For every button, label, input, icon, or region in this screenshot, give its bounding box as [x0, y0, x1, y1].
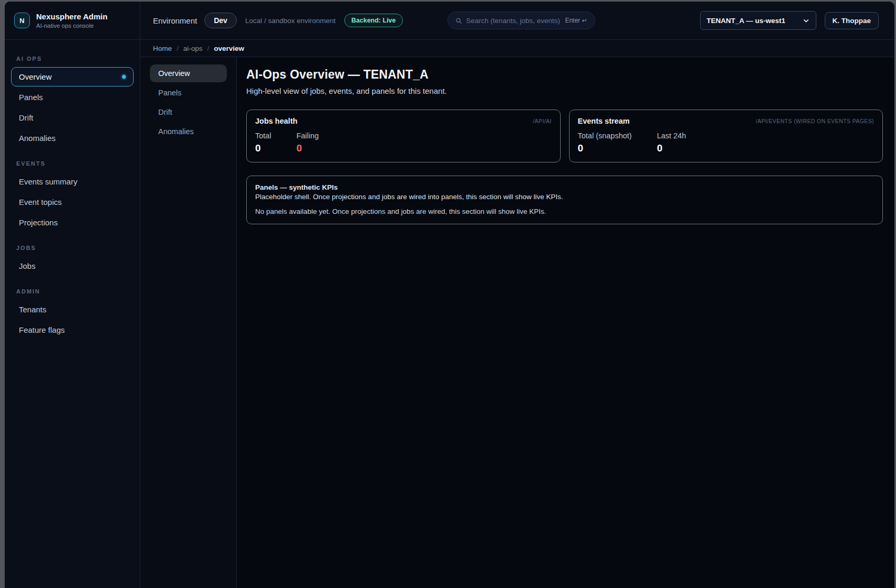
- sidebar-item-panels[interactable]: Panels: [11, 88, 134, 107]
- sidebar-item-projections[interactable]: Projections: [11, 213, 134, 232]
- breadcrumb-ai-ops[interactable]: ai-ops: [183, 45, 203, 52]
- stat-label: Last 24h: [657, 132, 686, 140]
- sidebar: N Nexusphere Admin AI-native ops console…: [5, 2, 140, 588]
- backend-status-badge: Backend: Live: [344, 14, 403, 27]
- sidebar-section-header-ai-ops: AI Ops: [16, 56, 128, 62]
- sidebar-item-label: Panels: [19, 93, 43, 102]
- stat-value-failing: 0: [297, 143, 319, 154]
- panels-box-title: Panels — synthetic KPIs: [255, 183, 874, 191]
- sidebar-item-label: Event topics: [19, 198, 62, 206]
- environment-note: Local / sandbox environment: [245, 17, 336, 25]
- right-pane: Environment Dev Local / sandbox environm…: [140, 2, 894, 588]
- sidebar-item-events-summary[interactable]: Events summary: [11, 172, 134, 191]
- stat-value: 0: [255, 143, 271, 154]
- subnav-item-panels[interactable]: Panels: [150, 84, 227, 102]
- stat-label: Failing: [297, 132, 319, 140]
- kpi-cards: Jobs health /api/ai Total 0 Failing 0: [246, 110, 883, 162]
- brand-text: Nexusphere Admin AI-native ops console: [36, 12, 107, 29]
- search-icon: [455, 17, 462, 24]
- panels-box-description: Placeholder shell. Once projections and …: [255, 193, 874, 201]
- breadcrumb: Home / ai-ops / overview: [140, 40, 894, 57]
- card-api-tag: /api/ai: [533, 118, 551, 124]
- subnav-item-anomalies[interactable]: Anomalies: [150, 123, 227, 140]
- sidebar-item-drift[interactable]: Drift: [11, 108, 134, 127]
- stat-label: Total: [255, 132, 271, 140]
- subnav-item-overview[interactable]: Overview: [150, 64, 227, 82]
- app-window: N Nexusphere Admin AI-native ops console…: [5, 2, 894, 588]
- content-row: Overview Panels Drift Anomalies AI-Ops O…: [140, 57, 894, 588]
- brand-title: Nexusphere Admin: [36, 12, 107, 22]
- breadcrumb-home[interactable]: Home: [153, 45, 172, 52]
- main-content: AI-Ops Overview — TENANT_A High-level vi…: [237, 57, 894, 588]
- breadcrumb-current: overview: [214, 45, 244, 52]
- stat-value: 0: [578, 143, 632, 154]
- card-title: Events stream: [578, 117, 630, 125]
- topbar: Environment Dev Local / sandbox environm…: [140, 2, 894, 40]
- stat-row: Total (snapshot) 0 Last 24h 0: [578, 132, 875, 154]
- sidebar-item-feature-flags[interactable]: Feature flags: [11, 320, 134, 340]
- sidebar-item-label: Anomalies: [19, 134, 56, 143]
- sidebar-item-label: Events summary: [19, 177, 78, 186]
- brand-header: N Nexusphere Admin AI-native ops console: [5, 2, 140, 40]
- brand-logo: N: [14, 13, 30, 28]
- page-title: AI-Ops Overview — TENANT_A: [246, 68, 883, 82]
- sidebar-item-label: Projections: [19, 218, 58, 227]
- card-title: Jobs health: [255, 117, 298, 125]
- subnav-item-drift[interactable]: Drift: [150, 103, 227, 121]
- sidebar-item-label: Feature flags: [19, 325, 65, 334]
- tenant-select-value: TENANT_A — us-west1: [707, 17, 785, 25]
- sidebar-item-event-topics[interactable]: Event topics: [11, 192, 134, 212]
- sidebar-item-label: Drift: [19, 113, 34, 122]
- breadcrumb-separator: /: [207, 45, 210, 52]
- sidebar-section-header-admin: Admin: [16, 288, 128, 295]
- sidebar-item-anomalies[interactable]: Anomalies: [11, 128, 134, 148]
- sidebar-nav: AI Ops Overview Panels Drift Anomalies E…: [5, 40, 140, 351]
- active-indicator-dot: [122, 75, 126, 79]
- stat-row: Total 0 Failing 0: [255, 132, 552, 154]
- search-enter-hint: Enter ↵: [565, 17, 587, 24]
- sidebar-item-label: Tenants: [19, 305, 47, 314]
- stat-failing-jobs: Failing 0: [297, 132, 319, 154]
- search-bar[interactable]: Enter ↵: [447, 12, 595, 29]
- page-subtitle: High-level view of jobs, events, and pan…: [246, 86, 883, 95]
- brand-subtitle: AI-native ops console: [36, 23, 107, 29]
- panels-box-empty-message: No panels available yet. Once projection…: [255, 208, 874, 215]
- jobs-health-card: Jobs health /api/ai Total 0 Failing 0: [246, 110, 561, 162]
- events-stream-card: Events stream /api/events (wired on even…: [569, 110, 883, 162]
- card-api-tag: /api/events (wired on events pages): [756, 118, 874, 124]
- card-header: Jobs health /api/ai: [255, 117, 552, 125]
- chevron-down-icon: [803, 17, 810, 24]
- sidebar-section-header-jobs: Jobs: [16, 245, 128, 251]
- environment-pill[interactable]: Dev: [204, 13, 237, 28]
- sidebar-item-tenants[interactable]: Tenants: [11, 300, 134, 319]
- sidebar-item-label: Jobs: [19, 262, 36, 270]
- card-header: Events stream /api/events (wired on even…: [578, 117, 875, 125]
- stat-label: Total (snapshot): [578, 132, 632, 140]
- search-input[interactable]: [466, 17, 561, 25]
- user-button[interactable]: K. Thoppae: [825, 12, 879, 29]
- tenant-select[interactable]: TENANT_A — us-west1: [700, 11, 816, 30]
- panels-synthetic-kpis-box: Panels — synthetic KPIs Placeholder shel…: [246, 176, 883, 224]
- sidebar-item-jobs[interactable]: Jobs: [11, 256, 134, 276]
- secondary-nav: Overview Panels Drift Anomalies: [140, 57, 237, 588]
- stat-total-snapshot: Total (snapshot) 0: [578, 132, 632, 154]
- stat-last-24h: Last 24h 0: [657, 132, 686, 154]
- stat-value: 0: [657, 143, 686, 154]
- sidebar-section-header-events: Events: [16, 160, 128, 167]
- sidebar-item-overview[interactable]: Overview: [11, 67, 134, 86]
- stat-total-jobs: Total 0: [255, 132, 271, 154]
- environment-label: Environment: [153, 16, 197, 25]
- sidebar-item-label: Overview: [19, 72, 52, 81]
- breadcrumb-separator: /: [177, 45, 179, 52]
